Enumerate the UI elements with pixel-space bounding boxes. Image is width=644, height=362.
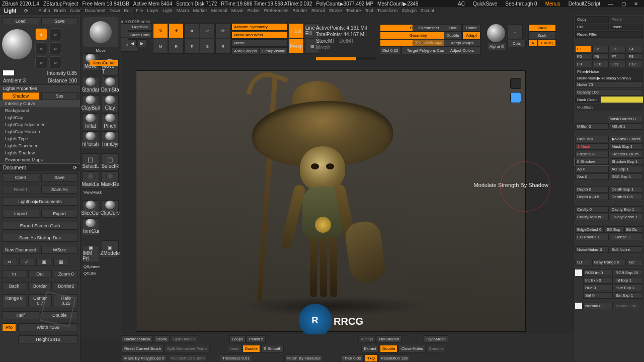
- scroll-icon[interactable]: ⇔: [2, 258, 17, 266]
- brush-trimdynamic[interactable]: TrimDyr: [102, 131, 119, 148]
- activate-symmetry[interactable]: Activate Symmetry: [231, 23, 288, 31]
- ahalf-icon[interactable]: ▦: [53, 258, 68, 266]
- mrgb-icon[interactable]: M: [153, 39, 168, 54]
- color-swatch-a[interactable]: [575, 269, 582, 276]
- subdiv-slider[interactable]: [316, 57, 376, 60]
- viewport-cam-icon[interactable]: [510, 92, 521, 103]
- sss-tab[interactable]: Sss: [41, 92, 78, 100]
- play-fwd-icon[interactable]: ▶: [137, 39, 146, 47]
- brush-claybuildup[interactable]: ClayBuil: [82, 95, 99, 112]
- brush-selectlasso[interactable]: ◻SelectL: [82, 153, 99, 170]
- color-swatch-b[interactable]: [575, 303, 582, 309]
- brush-zmodeler[interactable]: ▣ZModele: [102, 240, 119, 257]
- zoom-icon[interactable]: ⤢: [19, 258, 34, 266]
- light-slot-1[interactable]: ●: [35, 28, 47, 40]
- poly-stats: ActivePoints: 4.161 Mil TotalPoints: 44.…: [316, 25, 367, 51]
- shadow-tab[interactable]: Shadow: [2, 92, 39, 100]
- brush-immprimitives[interactable]: ▣IMM Pri: [82, 246, 99, 263]
- brush-standard[interactable]: Standar: [82, 77, 99, 94]
- menus-toggle[interactable]: Menus: [545, 1, 560, 7]
- save-button[interactable]: Save: [41, 17, 78, 25]
- scale2-icon[interactable]: S: [200, 39, 215, 54]
- dots-icon[interactable]: ⁙: [508, 24, 523, 39]
- storecam-button[interactable]: Store Cam: [128, 31, 152, 39]
- watermark-cube: [43, 294, 80, 332]
- refresh-icon[interactable]: ⟳: [24, 8, 28, 14]
- active-palette[interactable]: Light: [4, 8, 16, 14]
- brush-selectrect[interactable]: ◻SelectR: [102, 153, 119, 170]
- brush-clay[interactable]: Clay: [102, 95, 119, 112]
- bottom-bar: BackfaceMask Clone Split Hidden Loops Po…: [121, 334, 574, 362]
- back-color-swatch[interactable]: [601, 97, 643, 103]
- scale-mode-icon[interactable]: ⤢: [200, 23, 215, 38]
- edit-mode-icon[interactable]: ✎: [153, 23, 168, 38]
- move-mode-icon[interactable]: ⬌: [184, 23, 199, 38]
- light-slot-5[interactable]: ○: [35, 56, 47, 68]
- viewport[interactable]: Modulate Strength By Shadow RRRCG 人人素材: [136, 70, 526, 332]
- brush-clipcurve[interactable]: ClipCurv: [102, 200, 119, 217]
- app-name: ZBrush 2020.1.4: [2, 1, 39, 7]
- top-toolbar: ⌂ BPR LightBox Store Cam ◀▶ ✎ ✛ ⬌ ⤢ ⟳ M …: [121, 23, 320, 58]
- rotate2-icon[interactable]: R: [215, 39, 230, 54]
- left-panel: Load Save ●○ ○○ ○○ Intensity 0.85 Ambien…: [0, 15, 80, 362]
- brush-damstandard[interactable]: DamSta: [102, 77, 119, 94]
- light-preview-sphere[interactable]: [2, 29, 32, 59]
- shadow-slider[interactable]: 0 Shadow: [575, 158, 609, 165]
- brush-slicecurve[interactable]: SliceCur: [82, 200, 99, 217]
- sculpt-character: [212, 76, 423, 327]
- draw-mode-icon[interactable]: ✛: [169, 23, 184, 38]
- persp-icon[interactable]: Persp: [289, 39, 304, 54]
- brush-masklasso[interactable]: MaskLa: [82, 171, 99, 189]
- quicksave-button[interactable]: QuickSave: [473, 1, 497, 7]
- play-back-icon[interactable]: ◀: [128, 39, 137, 47]
- viewport-light-icon[interactable]: [510, 78, 521, 89]
- brush-inflate[interactable]: Inflat: [82, 113, 99, 130]
- accucurve-label[interactable]: AccuCurve: [90, 60, 118, 66]
- brush-pinch[interactable]: Pinch: [102, 113, 119, 130]
- title-bar: ZBrush 2020.1.4 ZStartupProject Free Mem…: [0, 0, 644, 7]
- lightbox-button[interactable]: LightBox: [128, 23, 152, 31]
- brush-maskrect[interactable]: MaskRe: [102, 171, 119, 189]
- lights-properties-head[interactable]: Lights Properties: [0, 84, 80, 92]
- pro-toggle[interactable]: Pro: [2, 323, 16, 331]
- actual-icon[interactable]: ▣: [36, 258, 51, 266]
- rgb-icon[interactable]: R: [169, 39, 184, 54]
- light-slot-2[interactable]: ○: [49, 28, 61, 40]
- right-panel: CopyPaste CutInsert Reset Filter F1F2F3F…: [574, 15, 644, 362]
- tooltip: Modulate Strength By Shadow: [470, 180, 551, 190]
- mirror-button[interactable]: Mirror: [231, 39, 288, 47]
- light-slot-4[interactable]: ○: [49, 42, 61, 54]
- move-icon[interactable]: ⬍: [184, 39, 199, 54]
- rotate-mode-icon[interactable]: ⟳: [215, 23, 230, 38]
- maximize-icon[interactable]: ▢: [621, 1, 626, 7]
- tristoquads-icon[interactable]: T▸Q: [365, 354, 377, 362]
- refresh-icon[interactable]: ⟳: [73, 165, 77, 170]
- load-button[interactable]: Load: [2, 17, 39, 25]
- brush-trimcurve[interactable]: TrimCur: [82, 218, 99, 235]
- mirror-weld[interactable]: Mirror And Weld: [231, 31, 288, 39]
- floor-icon[interactable]: Floor: [289, 23, 304, 38]
- light-slot-6[interactable]: ○: [49, 56, 61, 68]
- minimize-icon[interactable]: —: [608, 1, 613, 7]
- project-name: ZStartupProject: [43, 1, 78, 7]
- menu-bar: Light ⟳ Alpha Brush Color Document Draw …: [0, 7, 644, 14]
- light-slot-3[interactable]: ○: [35, 42, 47, 54]
- brush-hpolish[interactable]: hPolish: [82, 131, 99, 148]
- close-icon[interactable]: ✕: [634, 1, 638, 7]
